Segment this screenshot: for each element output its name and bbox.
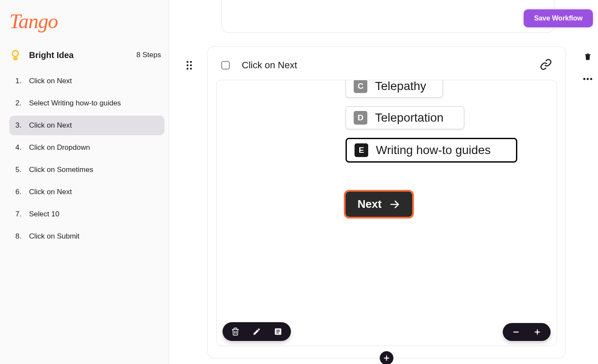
svg-point-15 [583,78,586,80]
step-number: 8. [15,232,29,241]
step-number: 1. [15,77,29,85]
step-label: Click on Submit [29,232,79,241]
step-label: Select 10 [29,210,59,218]
step-checkbox[interactable] [221,61,230,70]
sidebar-step-1[interactable]: 1. Click on Next [9,71,164,91]
svg-point-17 [590,78,592,80]
screenshot-toolbar-right [503,323,551,341]
step-label: Click on Next [29,188,72,196]
option-text: Telepathy [375,80,426,93]
svg-point-3 [187,61,188,63]
previous-step-card [221,0,554,33]
sidebar-step-4[interactable]: 4. Click on Dropdown [9,138,164,157]
option-text: Teleportation [375,111,443,125]
lightbulb-icon [9,49,21,61]
step-number: 6. [15,188,29,196]
more-icon[interactable] [583,74,593,82]
step-count: 8 Steps [136,51,161,59]
drag-handle-icon[interactable] [186,61,192,72]
option-text: Writing how-to guides [376,143,491,157]
edit-button[interactable] [252,327,261,336]
notes-button[interactable] [274,327,282,336]
step-list: 1. Click on Next 2. Select Writing how-t… [9,71,164,246]
workflow-header: Bright Idea 8 Steps [9,49,164,61]
step-label: Click on Sometimes [29,166,93,174]
svg-point-7 [187,68,188,70]
step-label: Click on Next [29,77,72,85]
step-number: 7. [15,210,29,218]
delete-button[interactable] [231,327,240,336]
zoom-in-button[interactable] [534,328,541,336]
sidebar: Tango Bright Idea 8 Steps 1. Click on Ne… [0,0,169,364]
main-area: Click on Next C Telepathy D Teleportatio… [169,0,598,364]
trash-icon[interactable] [583,52,592,63]
option-e: E Writing how-to guides [346,138,517,163]
save-workflow-button[interactable]: Save Workflow [524,9,593,27]
link-icon[interactable] [540,58,552,72]
step-number: 5. [15,166,29,174]
sidebar-step-5[interactable]: 5. Click on Sometimes [9,160,164,180]
screenshot-toolbar-left [223,322,291,341]
step-number: 4. [15,143,29,152]
svg-point-4 [190,61,192,63]
option-d: D Teleportation [346,106,464,129]
workflow-title: Bright Idea [29,50,136,60]
svg-point-0 [12,51,18,57]
sidebar-step-3[interactable]: 3. Click on Next [9,116,164,135]
next-button-highlight: Next [346,192,412,217]
zoom-out-button[interactable] [512,328,520,336]
svg-point-6 [190,64,192,66]
sidebar-step-6[interactable]: 6. Click on Next [9,182,164,202]
card-header: Click on Next [216,55,557,80]
add-step-button[interactable] [380,351,393,364]
step-label: Click on Next [29,121,72,130]
option-c: C Telepathy [346,80,443,98]
option-letter-e: E [355,143,368,157]
option-letter-c: C [354,80,367,93]
screenshot-area: C Telepathy D Teleportation E Writing ho… [216,80,557,346]
step-label: Select Writing how-to guides [29,99,121,108]
step-card: Click on Next C Telepathy D Teleportatio… [207,46,566,358]
card-title[interactable]: Click on Next [242,60,540,71]
step-label: Click on Dropdown [29,143,90,152]
svg-point-16 [587,78,589,80]
sidebar-step-8[interactable]: 8. Click on Submit [9,227,164,246]
brand-logo: Tango [9,9,164,33]
screenshot-content: C Telepathy D Teleportation E Writing ho… [346,80,521,217]
sidebar-step-2[interactable]: 2. Select Writing how-to guides [9,93,164,113]
svg-point-5 [187,64,188,66]
option-letter-d: D [354,111,367,125]
step-number: 3. [15,121,29,130]
sidebar-step-7[interactable]: 7. Select 10 [9,204,164,224]
right-actions [583,52,593,82]
svg-point-8 [190,68,192,70]
highlight-border [344,190,414,218]
step-number: 2. [15,99,29,108]
